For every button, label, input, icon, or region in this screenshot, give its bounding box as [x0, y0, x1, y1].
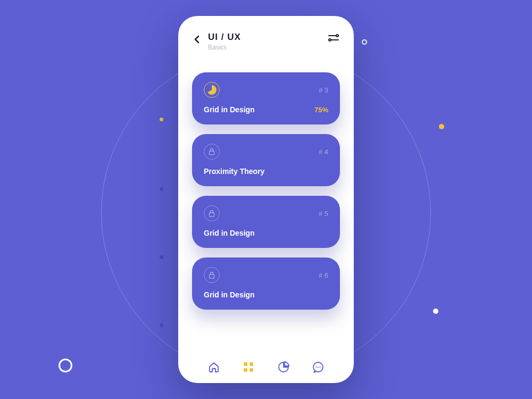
lesson-list: # 3 Grid in Design 75% # 4 Proximity The…: [191, 72, 341, 353]
sliders-icon: [328, 34, 339, 41]
timeline-dot: [160, 187, 163, 191]
timeline-dot: [160, 323, 163, 327]
card-top: # 6: [204, 267, 328, 283]
lesson-title: Grid in Design: [204, 105, 255, 114]
nav-home[interactable]: [207, 361, 220, 373]
page-title: UI / UX: [208, 32, 241, 43]
svg-rect-9: [244, 368, 247, 372]
home-icon: [208, 361, 220, 373]
page-subtitle: Basics: [208, 44, 241, 51]
lesson-progress: 75%: [314, 106, 328, 114]
svg-point-12: [316, 367, 317, 368]
bg-dot-ring-decoration: [362, 39, 367, 45]
svg-rect-5: [210, 213, 214, 217]
bottom-nav: [191, 353, 341, 373]
card-bottom: Grid in Design: [204, 229, 328, 237]
lesson-title: Grid in Design: [204, 229, 255, 237]
svg-point-14: [320, 367, 321, 368]
lesson-title: Proximity Theory: [204, 167, 264, 176]
progress-pie-icon: [204, 82, 220, 98]
grid-icon: [243, 362, 254, 372]
pie-chart-icon: [278, 361, 289, 373]
nav-grid[interactable]: [242, 361, 255, 373]
lesson-title: Grid in Design: [204, 290, 255, 299]
svg-point-1: [336, 35, 338, 37]
lesson-number: # 6: [319, 271, 328, 279]
chat-icon: [312, 361, 324, 373]
bg-dot-decoration: [433, 309, 438, 314]
header-left: UI / UX Basics: [193, 32, 241, 51]
svg-rect-7: [244, 362, 247, 366]
svg-rect-6: [210, 275, 214, 278]
bg-dot-decoration: [439, 124, 444, 129]
svg-point-13: [318, 367, 319, 368]
timeline-dot: [160, 118, 163, 121]
card-top: # 4: [204, 144, 328, 160]
card-bottom: Grid in Design 75%: [204, 105, 328, 114]
card-top: # 3: [204, 82, 328, 98]
svg-rect-8: [250, 362, 253, 366]
back-button[interactable]: [193, 34, 201, 45]
lesson-card[interactable]: # 5 Grid in Design: [192, 196, 340, 248]
lock-icon: [204, 205, 220, 221]
chevron-left-icon: [194, 35, 200, 44]
lesson-number: # 5: [319, 210, 328, 218]
phone-frame: UI / UX Basics # 3: [178, 16, 354, 383]
svg-point-3: [329, 39, 331, 41]
svg-rect-10: [250, 368, 253, 372]
filter-button[interactable]: [328, 34, 339, 44]
timeline-dot: [160, 255, 163, 259]
svg-rect-4: [210, 151, 214, 155]
card-top: # 5: [204, 205, 328, 221]
bg-dot-ring-decoration: [59, 359, 72, 372]
header: UI / UX Basics: [191, 30, 341, 51]
nav-chart[interactable]: [277, 361, 290, 373]
lesson-card[interactable]: # 4 Proximity Theory: [192, 134, 340, 186]
lock-icon: [204, 144, 220, 160]
lesson-number: # 4: [319, 148, 328, 156]
lock-icon: [204, 267, 220, 283]
title-block: UI / UX Basics: [208, 32, 241, 51]
nav-chat[interactable]: [312, 361, 325, 373]
card-bottom: Proximity Theory: [204, 167, 328, 176]
card-bottom: Grid in Design: [204, 290, 328, 299]
lesson-card[interactable]: # 3 Grid in Design 75%: [192, 72, 340, 124]
lesson-number: # 3: [319, 86, 328, 94]
lesson-card[interactable]: # 6 Grid in Design: [192, 257, 340, 310]
